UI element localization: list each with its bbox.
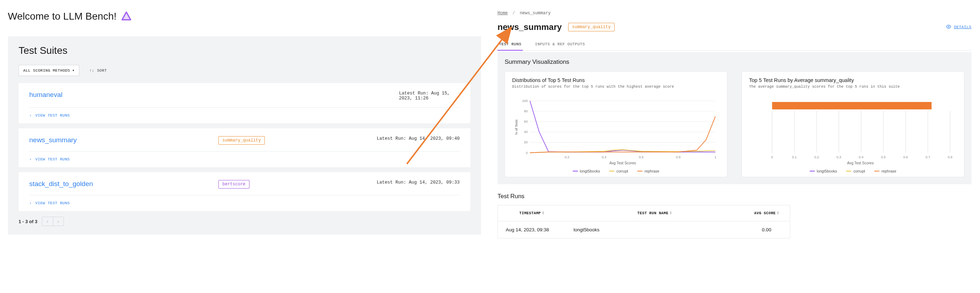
page-info: 1 - 3 of 3	[19, 219, 37, 224]
legend-item: corrupt	[846, 169, 865, 173]
details-link[interactable]: DETAILS	[946, 24, 971, 30]
breadcrumb-home[interactable]: Home	[498, 11, 508, 16]
svg-text:20: 20	[524, 141, 527, 144]
table-row[interactable]: Aug 14, 2023, 09:38 longt5books 0.00	[498, 221, 790, 238]
svg-text:0.5: 0.5	[881, 155, 886, 159]
chart-legend: longt5books corrupt rephrase	[749, 169, 957, 173]
tab-test-runs[interactable]: TEST RUNS	[498, 38, 523, 51]
svg-rect-19	[772, 102, 931, 109]
eye-icon	[946, 24, 951, 30]
svg-text:0.4: 0.4	[859, 155, 863, 159]
chart-subtitle: Distribution of scores for the top 5 run…	[512, 84, 720, 89]
y-axis-label: % of Tests	[515, 119, 518, 135]
tag-slot: bertscore	[218, 180, 290, 188]
svg-text:0.1: 0.1	[792, 155, 797, 159]
legend-item: corrupt	[609, 169, 628, 173]
suite-detail-page: Home / news_summary news_summary summary…	[489, 0, 980, 293]
test-runs-heading: Test Runs	[498, 193, 971, 200]
chevron-down-icon: ▾	[72, 68, 75, 73]
legend-swatch	[637, 171, 643, 171]
chart-legend: longt5books corrupt rephrase	[512, 169, 720, 173]
view-runs-label: VIEW TEST RUNS	[35, 201, 70, 205]
visualizations-section: Summary Visualizations Distributions of …	[498, 52, 971, 184]
latest-run: Latest Run: Aug 15, 2023, 11:26	[399, 91, 460, 101]
view-test-runs-button[interactable]: › VIEW TEST RUNS	[29, 201, 460, 205]
chevron-right-icon: ›	[29, 201, 32, 205]
legend-swatch	[874, 171, 879, 171]
x-axis-label: Avg Test Scores	[847, 161, 873, 165]
col-header-score[interactable]: AVG SCORE ▲▼	[743, 205, 790, 221]
legend-label: longt5books	[580, 169, 600, 173]
sort-icon: ↑↓	[89, 68, 94, 73]
prev-page-button[interactable]: ‹	[42, 217, 53, 226]
svg-text:60: 60	[524, 120, 527, 124]
cell-run-name: longt5books	[566, 221, 743, 238]
details-link-label: DETAILS	[954, 25, 971, 29]
sort-icon: ▲▼	[777, 211, 779, 215]
x-axis-label: Avg Test Scores	[609, 161, 636, 165]
sort-icon: ▲▼	[542, 211, 544, 215]
suite-card: humaneval Latest Run: Aug 15, 2023, 11:2…	[19, 83, 470, 124]
legend-label: corrupt	[616, 169, 628, 173]
sort-button[interactable]: ↑↓ SORT	[89, 68, 107, 73]
chart-title: Top 5 Test Runs by Average summary_quali…	[749, 78, 957, 83]
scoring-tag: summary_quality	[218, 136, 265, 145]
breadcrumb-sep: /	[512, 11, 515, 16]
svg-text:0.3: 0.3	[837, 155, 841, 159]
col-header-name[interactable]: TEST RUN NAME ▲▼	[566, 205, 743, 221]
welcome-text: Welcome to LLM Bench!	[8, 11, 117, 22]
suite-card: stack_dist_to_golden bertscore Latest Ru…	[19, 172, 470, 211]
chart-title: Distributions of Top 5 Test Runs	[512, 78, 720, 83]
col-header-timestamp[interactable]: TIMESTAMP ▲▼	[498, 205, 566, 221]
test-suites-panel: Test Suites ALL SCORING METHODS ▾ ↑↓ SOR…	[8, 36, 481, 234]
legend-label: rephrase	[881, 169, 896, 173]
detail-header: news_summary summary_quality DETAILS	[498, 22, 971, 32]
svg-point-1	[948, 26, 949, 27]
logo-icon	[121, 11, 132, 22]
latest-run: Latest Run: Aug 14, 2023, 09:33	[377, 180, 460, 185]
test-suites-title: Test Suites	[19, 45, 470, 56]
svg-text:0.7: 0.7	[925, 155, 930, 159]
table-header: TIMESTAMP ▲▼ TEST RUN NAME ▲▼ AVG SCORE …	[498, 205, 790, 221]
chart-top5-avg: Top 5 Test Runs by Average summary_quali…	[741, 71, 964, 177]
suite-name-link[interactable]: humaneval	[29, 91, 200, 99]
next-page-button[interactable]: ›	[53, 217, 64, 226]
view-test-runs-button[interactable]: › VIEW TEST RUNS	[29, 157, 460, 162]
toolbar: ALL SCORING METHODS ▾ ↑↓ SORT	[19, 65, 470, 76]
svg-text:0.8: 0.8	[676, 155, 681, 159]
latest-run: Latest Run: Aug 14, 2023, 09:40	[377, 136, 460, 141]
svg-text:0.2: 0.2	[815, 155, 819, 159]
view-runs-label: VIEW TEST RUNS	[35, 113, 70, 118]
svg-text:0: 0	[526, 151, 527, 155]
svg-text:80: 80	[524, 109, 527, 113]
sort-icon: ▲▼	[670, 211, 671, 215]
col-header-label: TEST RUN NAME	[637, 211, 668, 215]
legend-swatch	[609, 171, 614, 171]
legend-label: rephrase	[644, 169, 659, 173]
dropdown-label: ALL SCORING METHODS	[23, 68, 70, 73]
visualizations-heading: Summary Visualizations	[504, 59, 964, 66]
welcome-heading: Welcome to LLM Bench!	[8, 11, 481, 22]
suite-card: news_summary summary_quality Latest Run:…	[19, 128, 470, 167]
svg-text:1: 1	[714, 155, 716, 159]
sort-label: SORT	[97, 68, 107, 73]
tab-inputs-ref-outputs[interactable]: INPUTS & REF OUTPUTS	[533, 38, 586, 51]
suite-name-link[interactable]: news_summary	[29, 136, 200, 144]
scoring-tag: bertscore	[218, 180, 250, 188]
suite-name-link[interactable]: stack_dist_to_golden	[29, 180, 200, 188]
col-header-label: TIMESTAMP	[519, 211, 541, 215]
page-buttons: ‹ ›	[42, 217, 64, 226]
svg-text:0.6: 0.6	[639, 155, 643, 159]
chevron-right-icon: ›	[29, 113, 32, 118]
svg-text:0.4: 0.4	[602, 155, 606, 159]
view-test-runs-button[interactable]: › VIEW TEST RUNS	[29, 113, 460, 118]
legend-item: longt5books	[810, 169, 837, 173]
cell-avg-score: 0.00	[743, 221, 790, 238]
legend-item: rephrase	[874, 169, 896, 173]
page-title: news_summary	[498, 22, 562, 32]
legend-label: corrupt	[853, 169, 865, 173]
scoring-method-dropdown[interactable]: ALL SCORING METHODS ▾	[19, 65, 79, 76]
svg-text:0.6: 0.6	[903, 155, 908, 159]
svg-text:40: 40	[524, 130, 527, 134]
col-header-label: AVG SCORE	[754, 211, 775, 215]
